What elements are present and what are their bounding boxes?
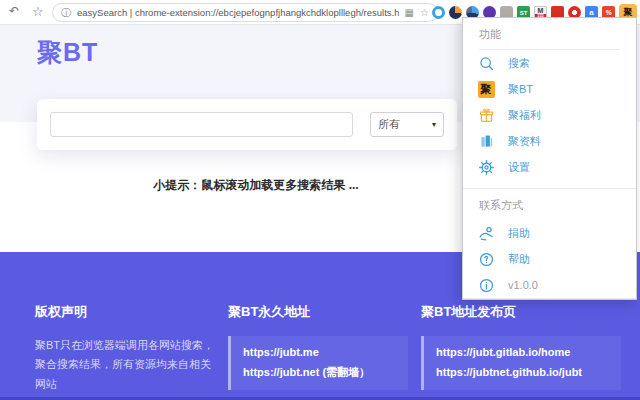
back-icon[interactable]: ↶ bbox=[9, 4, 19, 18]
donate-icon bbox=[477, 224, 495, 242]
chevron-down-icon: ▾ bbox=[432, 120, 436, 129]
category-select[interactable]: 所有 ▾ bbox=[370, 112, 444, 137]
address-bar[interactable]: ⓘ easySearch | chrome-extension://ebcjep… bbox=[52, 3, 438, 22]
ring-extension-icon[interactable] bbox=[432, 6, 445, 19]
help-icon bbox=[477, 250, 495, 268]
menu-item-welfare[interactable]: 聚福利 bbox=[463, 102, 636, 128]
menu-item-label: 设置 bbox=[508, 160, 530, 175]
gift-icon bbox=[477, 106, 495, 124]
scroll-tip-text: 小提示：鼠标滚动加载更多搜索结果 ... bbox=[0, 177, 512, 194]
books-icon bbox=[477, 132, 495, 150]
footer-copyright-column: 版权声明 聚BT只在浏览器端调用各网站搜索，聚合搜索结果，所有资源均来自相关网站 bbox=[35, 303, 217, 394]
publish-link-1[interactable]: https://jubt.gitlab.io/home bbox=[436, 343, 609, 363]
menu-item-label: 捐助 bbox=[508, 226, 530, 241]
search-input[interactable] bbox=[50, 112, 353, 137]
address-text: easySearch | chrome-extension://ebcjepef… bbox=[77, 7, 399, 18]
page-info-icon[interactable]: ⓘ bbox=[61, 6, 71, 20]
qr-code-icon[interactable]: ▦ bbox=[405, 7, 414, 18]
search-icon bbox=[477, 54, 495, 72]
footer-permanent-title: 聚BT永久地址 bbox=[228, 303, 408, 321]
menu-item-help[interactable]: 帮助 bbox=[463, 246, 636, 272]
bookmark-star-icon[interactable]: ☆ bbox=[32, 4, 44, 19]
footer-publish-links: https://jubt.gitlab.io/home https://jubt… bbox=[421, 336, 621, 390]
menu-item-settings[interactable]: 设置 bbox=[463, 154, 636, 180]
page-title: 聚BT bbox=[37, 36, 98, 69]
popup-section-title-contact: 联系方式 bbox=[479, 189, 620, 220]
extension-popup: 功能 搜索 聚 聚BT 聚福利 bbox=[462, 17, 637, 300]
menu-item-label: 帮助 bbox=[508, 252, 530, 267]
menu-item-label: 搜索 bbox=[508, 56, 530, 71]
popup-bottom-divider bbox=[463, 298, 636, 299]
omnibox-star-icon[interactable]: ☆ bbox=[420, 7, 429, 18]
menu-item-search[interactable]: 搜索 bbox=[463, 50, 636, 76]
search-card: 所有 ▾ bbox=[37, 99, 457, 150]
version-label: v1.0.0 bbox=[508, 279, 538, 291]
menu-item-version[interactable]: v1.0.0 bbox=[463, 272, 636, 298]
menu-item-donate[interactable]: 捐助 bbox=[463, 220, 636, 246]
menu-item-materials[interactable]: 聚资料 bbox=[463, 128, 636, 154]
footer-permanent-column: 聚BT永久地址 https://jubt.me https://jubt.net… bbox=[228, 303, 408, 390]
info-icon bbox=[477, 276, 495, 294]
footer-copyright-title: 版权声明 bbox=[35, 303, 217, 321]
menu-item-label: 聚资料 bbox=[508, 134, 541, 149]
footer-permanent-links: https://jubt.me https://jubt.net (需翻墙） bbox=[228, 336, 408, 390]
gear-icon bbox=[477, 158, 495, 176]
footer-publish-title: 聚BT地址发布页 bbox=[421, 303, 621, 321]
pie-orange-extension-icon[interactable] bbox=[449, 6, 462, 19]
publish-link-2[interactable]: https://jubtnet.github.io/jubt bbox=[436, 363, 609, 383]
jubt-icon: 聚 bbox=[477, 80, 495, 98]
permanent-link-1[interactable]: https://jubt.me bbox=[243, 343, 396, 363]
permanent-link-2[interactable]: https://jubt.net (需翻墙） bbox=[243, 363, 396, 383]
popup-section-title-features: 功能 bbox=[479, 18, 620, 50]
footer-publish-column: 聚BT地址发布页 https://jubt.gitlab.io/home htt… bbox=[421, 303, 621, 390]
footer-copyright-body: 聚BT只在浏览器端调用各网站搜索，聚合搜索结果，所有资源均来自相关网站 bbox=[35, 336, 217, 394]
menu-item-label: 聚福利 bbox=[508, 108, 541, 123]
jubt-badge-glyph: 聚 bbox=[478, 81, 495, 98]
popup-contact-section: 联系方式 捐助 帮助 bbox=[463, 188, 636, 298]
menu-item-jubt[interactable]: 聚 聚BT bbox=[463, 76, 636, 102]
menu-item-label: 聚BT bbox=[508, 82, 533, 97]
category-select-value: 所有 bbox=[378, 117, 400, 132]
